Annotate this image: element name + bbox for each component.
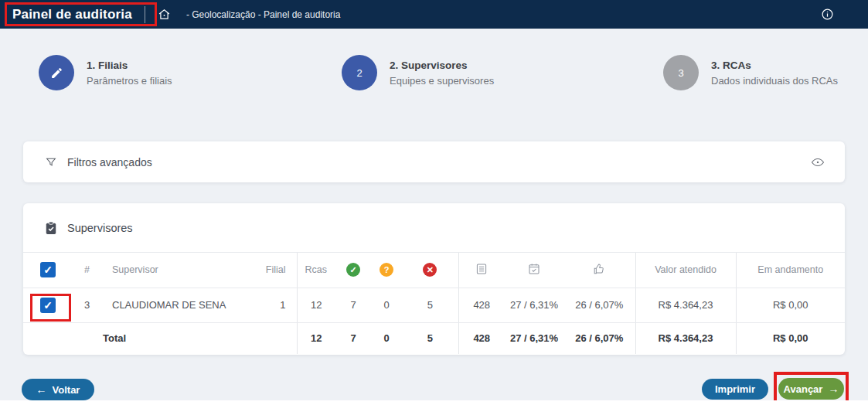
total-approved: 7: [335, 322, 371, 354]
col-liked: [563, 253, 635, 288]
page-title: Painel de auditoria: [12, 7, 132, 22]
cell-rcas: 12: [297, 288, 335, 322]
bottom-strip: [0, 400, 868, 405]
cell-andamento: R$ 0,00: [736, 288, 845, 322]
step-rcas[interactable]: 3 3. RCAs Dados individuais dos RCAs: [663, 55, 838, 90]
step-2-title: 2. Supervisores: [390, 60, 494, 71]
home-icon[interactable]: [158, 8, 171, 21]
step-3-number: 3: [678, 67, 683, 79]
col-num: #: [70, 253, 104, 288]
step-2-number: 2: [356, 67, 362, 79]
cell-pending: 0: [371, 288, 402, 322]
cell-filial: 1: [247, 288, 297, 322]
advanced-filters-panel[interactable]: Filtros avançados: [23, 141, 845, 182]
total-row: Total 12 7 0 5 428 27 / 6,31% 26 / 6,07%…: [23, 322, 845, 354]
back-button-label: Voltar: [53, 384, 80, 396]
step-1-circle: [39, 55, 74, 90]
select-all-cell: ✓: [23, 253, 70, 288]
pending-question-icon: ?: [380, 263, 393, 277]
total-andamento: R$ 0,00: [736, 322, 845, 354]
total-liked: 26 / 6,07%: [563, 322, 635, 354]
table-row[interactable]: ✓ 3 CLAUDIOMAR DE SENA 1 12 7 0 5 428 27…: [23, 288, 845, 322]
cell-valor: R$ 4.364,23: [635, 288, 736, 322]
cell-approved: 7: [335, 288, 371, 322]
cell-visits: 428: [458, 288, 505, 322]
print-button-label: Imprimir: [715, 383, 755, 395]
step-1-subtitle: Parâmetros e filiais: [87, 75, 172, 87]
top-bar: Painel de auditoria - Geolocalização - P…: [0, 0, 868, 29]
back-button[interactable]: ← Voltar: [22, 379, 94, 400]
eye-icon[interactable]: [811, 157, 825, 168]
col-rcas: Rcas: [297, 253, 335, 288]
cell-scheduled: 27 / 6,31%: [505, 288, 563, 322]
total-scheduled: 27 / 6,31%: [505, 322, 563, 354]
step-1-title: 1. Filiais: [87, 60, 172, 71]
topbar-divider: [145, 6, 145, 23]
supervisors-table: ✓ # Supervisor Filial Rcas ✓ ? ✕: [23, 253, 845, 354]
step-2-circle: 2: [342, 55, 377, 90]
col-pending: ?: [371, 253, 402, 288]
total-pending: 0: [371, 322, 402, 354]
col-rejected: ✕: [402, 253, 458, 288]
total-rcas: 12: [297, 322, 335, 354]
total-visits: 428: [458, 322, 505, 354]
rejected-x-icon: ✕: [423, 263, 437, 277]
total-rejected: 5: [402, 322, 458, 354]
step-filiais[interactable]: 1. Filiais Parâmetros e filiais: [39, 55, 172, 90]
next-button-label: Avançar: [784, 383, 823, 395]
filter-funnel-icon: [45, 156, 57, 168]
step-3-title: 3. RCAs: [711, 60, 838, 71]
list-icon: [475, 263, 488, 277]
step-3-subtitle: Dados individuais dos RCAs: [711, 75, 838, 87]
supervisors-card-header: Supervisores: [23, 203, 845, 253]
cell-supervisor: CLAUDIOMAR DE SENA: [104, 288, 247, 322]
col-scheduled: [505, 253, 563, 288]
supervisors-card: Supervisores ✓ # Supervisor Filial Rcas …: [23, 203, 845, 355]
row-select-cell: ✓: [23, 288, 70, 322]
supervisors-title: Supervisores: [67, 222, 133, 234]
total-label: Total: [23, 322, 297, 354]
right-arrow-icon: →: [828, 383, 839, 395]
cell-num: 3: [70, 288, 104, 322]
cell-rejected: 5: [402, 288, 458, 322]
left-arrow-icon: ←: [36, 383, 47, 396]
col-valor: Valor atendido: [635, 253, 736, 288]
col-visits: [458, 253, 505, 288]
total-valor: R$ 4.364,23: [635, 322, 736, 354]
print-button[interactable]: Imprimir: [702, 379, 768, 400]
info-icon[interactable]: [821, 8, 834, 21]
col-approved: ✓: [335, 253, 371, 288]
step-3-circle: 3: [663, 55, 699, 90]
approved-check-icon: ✓: [346, 263, 360, 277]
advanced-filters-label: Filtros avançados: [67, 156, 152, 168]
thumbs-up-icon: [593, 263, 605, 277]
step-2-subtitle: Equipes e supervisores: [390, 75, 494, 87]
row-checkbox[interactable]: ✓: [40, 298, 56, 313]
calendar-check-icon: [528, 263, 540, 277]
clipboard-check-icon: [45, 221, 57, 235]
pencil-icon: [50, 66, 63, 80]
step-supervisores[interactable]: 2 2. Supervisores Equipes e supervisores: [342, 55, 494, 90]
cell-liked: 26 / 6,07%: [563, 288, 635, 322]
col-filial: Filial: [247, 253, 297, 288]
breadcrumb[interactable]: - Geolocalização - Painel de auditoria: [186, 9, 340, 20]
col-supervisor: Supervisor: [104, 253, 247, 288]
table-header-row: ✓ # Supervisor Filial Rcas ✓ ? ✕: [23, 253, 845, 288]
col-andamento: Em andamento: [736, 253, 845, 288]
select-all-checkbox[interactable]: ✓: [40, 262, 56, 277]
next-button[interactable]: Avançar →: [778, 378, 844, 400]
